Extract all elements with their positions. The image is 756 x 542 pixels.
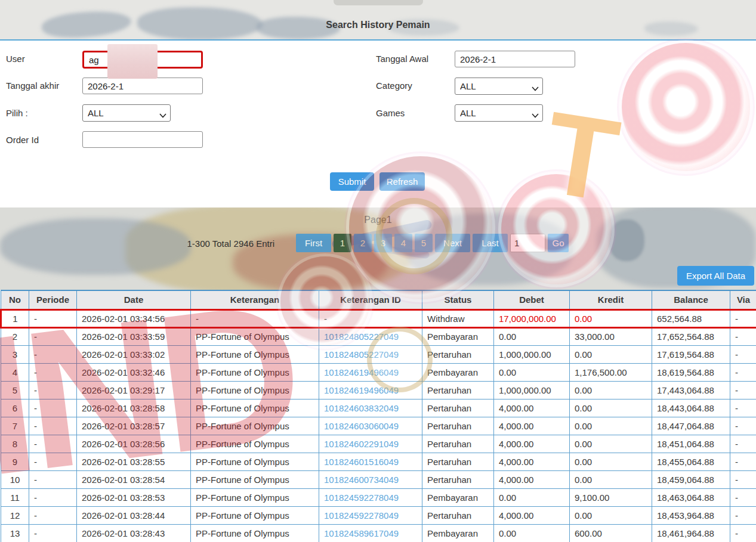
cell-keterangan: PP-Fortune of Olympus	[191, 381, 319, 399]
cell-date: 2026-02-01 03:32:46	[77, 363, 191, 381]
cell-periode: -	[29, 453, 77, 470]
cell-via: -	[730, 488, 756, 506]
tanggal-awal-input[interactable]	[455, 51, 575, 67]
cell-keterangan-id[interactable]: 101824805227049	[319, 327, 422, 345]
history-table: NoPeriodeDateKeteranganKeterangan IDStat…	[0, 290, 756, 542]
cell-keterangan-id[interactable]: 101824601516049	[319, 453, 422, 470]
cell-debet: 0.00	[494, 327, 570, 345]
first-page-button[interactable]: First	[296, 234, 331, 252]
goto-page-input[interactable]	[510, 234, 545, 252]
cell-status: Pertaruhan	[422, 381, 494, 399]
table-header-row: NoPeriodeDateKeteranganKeterangan IDStat…	[1, 290, 756, 309]
cell-keterangan-id[interactable]: 101824603832049	[319, 399, 422, 417]
next-page-button[interactable]: Next	[435, 234, 470, 252]
table-row: 3 - 2026-02-01 03:33:02 PP-Fortune of Ol…	[1, 345, 756, 363]
games-select[interactable]: ALL	[455, 104, 543, 122]
cell-keterangan-id[interactable]: 101824600734049	[319, 470, 422, 488]
cell-kredit: 1,176,500.00	[570, 363, 652, 381]
page-number-button[interactable]: 5	[415, 234, 433, 252]
cell-keterangan-id[interactable]: 101824602291049	[319, 435, 422, 453]
table-row: 7 - 2026-02-01 03:28:57 PP-Fortune of Ol…	[1, 417, 756, 435]
column-header: Keterangan ID	[319, 290, 422, 309]
cell-date: 2026-02-01 03:28:54	[77, 470, 191, 488]
column-header: Status	[422, 290, 494, 309]
cell-no: 6	[1, 399, 29, 417]
export-all-data-button[interactable]: Export All Data	[677, 266, 754, 286]
cell-no: 2	[1, 327, 29, 345]
go-button[interactable]: Go	[548, 234, 569, 252]
pagination-band: Page1 1-300 Total 2946 Entri First 12345…	[0, 207, 756, 290]
cell-balance: 18,619,564.88	[652, 363, 730, 381]
cell-periode: -	[29, 524, 77, 542]
cell-date: 2026-02-01 03:28:56	[77, 435, 191, 453]
cell-date: 2026-02-01 03:28:43	[77, 524, 191, 542]
cell-date: 2026-02-01 03:28:57	[77, 417, 191, 435]
column-header: Via	[730, 290, 756, 309]
cell-no: 3	[1, 345, 29, 363]
cell-debet: 0.00	[494, 363, 570, 381]
cell-keterangan-id: -	[319, 309, 422, 327]
cell-debet: 0.00	[494, 524, 570, 542]
last-page-button[interactable]: Last	[473, 234, 508, 252]
page-number-button[interactable]: 2	[354, 234, 372, 252]
cell-balance: 18,461,964.88	[652, 524, 730, 542]
cell-periode: -	[29, 488, 77, 506]
cell-status: Pertaruhan	[422, 417, 494, 435]
cell-keterangan: -	[191, 309, 319, 327]
category-select[interactable]: ALL	[455, 78, 543, 95]
cell-debet: 1,000,000.00	[494, 345, 570, 363]
refresh-button[interactable]: Refresh	[379, 172, 425, 191]
cell-keterangan-id[interactable]: 101824805227049	[319, 345, 422, 363]
cell-debet: 4,000.00	[494, 417, 570, 435]
cell-periode: -	[29, 435, 77, 453]
cell-balance: 17,443,064.88	[652, 381, 730, 399]
cell-debet: 4,000.00	[494, 506, 570, 524]
cell-keterangan-id[interactable]: 101824619496049	[319, 363, 422, 381]
cell-keterangan-id[interactable]: 101824603060049	[319, 417, 422, 435]
table-row: 2 - 2026-02-01 03:33:59 PP-Fortune of Ol…	[1, 327, 756, 345]
cell-via: -	[730, 435, 756, 453]
table-row: 4 - 2026-02-01 03:32:46 PP-Fortune of Ol…	[1, 363, 756, 381]
cell-kredit: 0.00	[570, 453, 652, 470]
cell-date: 2026-02-01 03:28:55	[77, 453, 191, 470]
page-number-button[interactable]: 4	[394, 234, 412, 252]
table-row: 5 - 2026-02-01 03:29:17 PP-Fortune of Ol…	[1, 381, 756, 399]
cell-balance: 18,459,064.88	[652, 470, 730, 488]
order-id-input[interactable]	[82, 131, 203, 148]
cell-debet: 4,000.00	[494, 470, 570, 488]
pagination-bar: First 12345 Next Last Go	[296, 234, 569, 252]
history-table-section: NoPeriodeDateKeteranganKeterangan IDStat…	[0, 290, 756, 542]
table-row: 10 - 2026-02-01 03:28:54 PP-Fortune of O…	[1, 470, 756, 488]
cell-status: Pertaruhan	[422, 470, 494, 488]
cell-balance: 18,463,064.88	[652, 488, 730, 506]
column-header: Balance	[652, 290, 730, 309]
cell-keterangan-id[interactable]: 101824592278049	[319, 506, 422, 524]
page-number-button[interactable]: 1	[334, 234, 351, 252]
cell-keterangan-id[interactable]: 101824589617049	[319, 524, 422, 542]
cell-kredit: 0.00	[570, 399, 652, 417]
top-header: Search History Pemain	[0, 0, 756, 39]
cell-debet: 1,000,000.00	[494, 381, 570, 399]
cell-periode: -	[29, 417, 77, 435]
cell-balance: 652,564.88	[652, 309, 730, 327]
submit-button[interactable]: Submit	[330, 172, 374, 191]
cell-status: Pertaruhan	[422, 506, 494, 524]
search-form: User Tanggal akhir Pilih : ALL Order Id …	[0, 39, 756, 207]
cell-no: 1	[1, 309, 29, 327]
cell-periode: -	[29, 470, 77, 488]
tanggal-akhir-input[interactable]	[82, 78, 203, 94]
cell-no: 12	[1, 506, 29, 524]
page-number-button[interactable]: 3	[374, 234, 392, 252]
table-row: 11 - 2026-02-01 03:28:53 PP-Fortune of O…	[1, 488, 756, 506]
cell-keterangan-id[interactable]: 101824592278049	[319, 488, 422, 506]
cell-via: -	[730, 524, 756, 542]
table-row: 12 - 2026-02-01 03:28:44 PP-Fortune of O…	[1, 506, 756, 524]
cell-periode: -	[29, 363, 77, 381]
cell-via: -	[730, 399, 756, 417]
cell-keterangan: PP-Fortune of Olympus	[191, 363, 319, 381]
cell-balance: 18,447,064.88	[652, 417, 730, 435]
cell-keterangan-id[interactable]: 101824619496049	[319, 381, 422, 399]
category-label: Category	[376, 80, 412, 91]
pilih-select[interactable]: ALL	[82, 104, 171, 122]
cell-date: 2026-02-01 03:28:44	[77, 506, 191, 524]
